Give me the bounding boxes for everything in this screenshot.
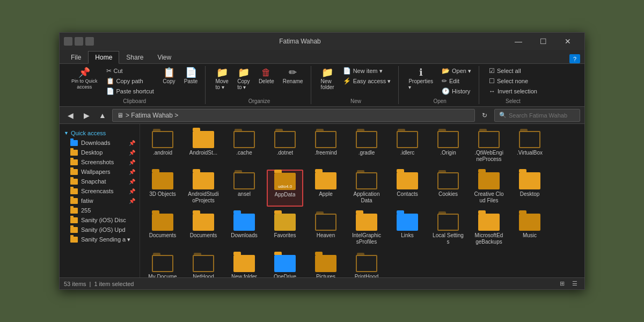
sidebar-item-desktop[interactable]: Desktop 📌	[60, 148, 140, 157]
file-item-3d-objects[interactable]: 3D Objects	[144, 170, 181, 207]
file-item-documents1[interactable]: Documents	[144, 211, 181, 248]
cookies-folder-icon	[437, 172, 459, 189]
tab-file[interactable]: File	[64, 51, 88, 63]
paste-shortcut-button[interactable]: 📄 Paste shortcut	[103, 86, 157, 96]
sidebar-item-fatiw-label: fatiw	[81, 197, 93, 204]
tab-share[interactable]: Share	[119, 51, 150, 63]
file-item-creative-cloud[interactable]: Creative Cloud Files	[471, 170, 507, 207]
sidebar-item-snapchat[interactable]: Snapchat 📌	[60, 177, 140, 186]
back-button[interactable]: ◀	[64, 109, 77, 122]
file-item-favorites[interactable]: Favorites	[267, 211, 303, 248]
favorites-folder-icon	[274, 214, 296, 231]
file-item-cache[interactable]: .cache	[226, 128, 262, 165]
move-to-button[interactable]: 📁 Moveto ▾	[212, 66, 231, 92]
documents1-label: Documents	[149, 232, 177, 239]
file-item-apple[interactable]: Apple	[308, 170, 344, 207]
file-item-qtwebengine[interactable]: .QtWebEngineProcess	[471, 128, 507, 165]
favorites-label: Favorites	[274, 232, 296, 239]
copy-label: Copy	[163, 78, 175, 84]
file-item-desktop-folder[interactable]: Desktop	[511, 170, 548, 207]
paste-label: Paste	[184, 78, 198, 84]
copy-path-button[interactable]: 📋 Copy path	[103, 76, 157, 86]
file-item-ansel[interactable]: ansel	[226, 170, 262, 207]
androidst-label: AndroidSt...	[189, 150, 217, 156]
quick-access-header[interactable]: ▼ Quick access	[60, 128, 140, 138]
copy-to-button[interactable]: 📁 Copyto ▾	[234, 66, 253, 92]
maximize-button[interactable]: ☐	[531, 33, 555, 50]
sidebar-item-screenshots[interactable]: Screenshots 📌	[60, 157, 140, 167]
sidebar-item-255[interactable]: 255	[60, 206, 140, 215]
invert-selection-button[interactable]: ↔ Invert selection	[486, 86, 540, 96]
sidebar-item-screencasts[interactable]: Screencasts 📌	[60, 186, 140, 196]
file-item-freemind[interactable]: .freemind	[308, 128, 344, 165]
file-item-printhood[interactable]: PrintHood	[348, 252, 385, 277]
file-item-origin[interactable]: .Origin	[430, 128, 466, 165]
sidebar-item-wallpapers[interactable]: Wallpapers 📌	[60, 167, 140, 177]
file-item-ms-edge-backup[interactable]: MicrosoftEdgeBackups	[471, 211, 507, 248]
select-all-button[interactable]: ☑ Select all	[486, 66, 540, 76]
file-item-idlerc[interactable]: .idlerc	[389, 128, 426, 165]
minimize-button[interactable]: —	[506, 33, 531, 50]
tab-view[interactable]: View	[150, 51, 178, 63]
refresh-button[interactable]: ↻	[478, 109, 491, 122]
select-none-button[interactable]: ☐ Select none	[486, 76, 540, 86]
ribbon: 📌 Pin to Quickaccess ✂ Cut 📋 Copy path 📄…	[60, 64, 584, 107]
ribbon-group-open: ℹ Properties▾ 📂 Open ▾ ✏ Edit 🕐 History	[401, 66, 479, 104]
file-item-androidst[interactable]: AndroidSt...	[185, 128, 222, 165]
file-item-links[interactable]: Links	[389, 211, 426, 248]
file-item-contacts[interactable]: Contacts	[389, 170, 426, 207]
file-item-my-documents[interactable]: My Documents	[144, 252, 181, 277]
sidebar-item-sanity-ios-disc[interactable]: Sanity (iOS) Disc	[60, 215, 140, 225]
file-item-documents2[interactable]: Documents	[185, 211, 222, 248]
copy-button[interactable]: 📋 Copy	[159, 66, 179, 86]
help-button[interactable]: ?	[569, 54, 580, 63]
file-item-androidstudio[interactable]: AndroidStudioProjects	[185, 170, 222, 207]
file-item-pictures[interactable]: Pictures	[308, 252, 344, 277]
file-item-dotnet[interactable]: .dotnet	[267, 128, 303, 165]
properties-button[interactable]: ℹ Properties▾	[405, 66, 436, 92]
open-btn[interactable]: 📂 Open ▾	[438, 66, 474, 76]
file-item-cookies[interactable]: Cookies	[430, 170, 466, 207]
file-item-local-settings[interactable]: Local Settings	[430, 211, 466, 248]
close-button[interactable]: ✕	[555, 33, 580, 50]
address-path[interactable]: 🖥 > Fatima Wahab >	[112, 109, 475, 122]
rename-button[interactable]: ✏ Rename	[280, 66, 306, 86]
sidebar-item-fatiw[interactable]: fatiw 📌	[60, 196, 140, 206]
file-item-onedrive[interactable]: OneDrive	[267, 252, 303, 277]
search-box[interactable]: 🔍	[494, 109, 580, 122]
easy-access-button[interactable]: ⚡ Easy access ▾	[340, 76, 394, 86]
forward-button[interactable]: ▶	[80, 109, 93, 122]
file-item-downloads-folder[interactable]: Downloads	[226, 211, 262, 248]
new-item-button[interactable]: 📄 New item ▾	[340, 66, 394, 76]
up-button[interactable]: ▲	[96, 109, 109, 122]
file-item-application-data[interactable]: Application Data	[348, 170, 385, 207]
file-item-new-folder[interactable]: New folder	[226, 252, 262, 277]
file-item-android[interactable]: .android	[144, 128, 181, 165]
tab-home[interactable]: Home	[88, 51, 119, 64]
sidebar-item-downloads[interactable]: Downloads 📌	[60, 138, 140, 148]
file-item-music[interactable]: Music	[511, 211, 548, 248]
delete-button[interactable]: 🗑 Delete	[255, 66, 277, 86]
edit-button[interactable]: ✏ Edit	[438, 76, 474, 86]
pin-to-quick-access-button[interactable]: 📌 Pin to Quickaccess	[68, 66, 101, 92]
file-item-appdata[interactable]: udio4.0 AppData	[267, 170, 303, 207]
sidebar-item-sanity-ios-upd[interactable]: Sanity (iOS) Upd	[60, 225, 140, 235]
file-item-virtualbox[interactable]: .VirtualBox	[511, 128, 548, 165]
gradle-label: .gradle	[358, 150, 375, 156]
cut-button[interactable]: ✂ Cut	[103, 66, 157, 76]
file-item-nethood[interactable]: NetHood	[185, 252, 222, 277]
new-folder-button[interactable]: 📁 Newfolder	[318, 66, 338, 92]
sidebar-item-screenshots-label: Screenshots	[81, 159, 114, 165]
search-input[interactable]	[509, 112, 575, 119]
sidebar-item-sanity-sending[interactable]: Sanity Sending a ▾	[60, 235, 140, 245]
pictures-folder-icon	[315, 255, 336, 272]
file-item-heaven[interactable]: Heaven	[308, 211, 344, 248]
pin-indicator: 📌	[129, 140, 135, 146]
list-view-button[interactable]: ☰	[569, 279, 580, 289]
gradle-folder-icon	[356, 131, 377, 148]
file-item-gradle[interactable]: .gradle	[348, 128, 385, 165]
icon-view-button[interactable]: ⊞	[557, 279, 567, 289]
paste-button[interactable]: 📄 Paste	[181, 66, 201, 86]
history-button[interactable]: 🕐 History	[438, 86, 474, 96]
file-item-intel-graphics[interactable]: IntelGraphicsProfiles	[348, 211, 385, 248]
